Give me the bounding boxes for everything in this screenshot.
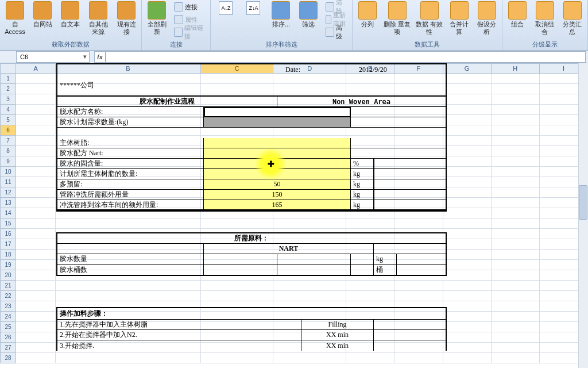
group-label: 获取外部数据	[3, 39, 138, 50]
row-header-21[interactable]: 21	[0, 281, 16, 291]
group-button[interactable]: 组合	[506, 1, 529, 28]
sort-az-button[interactable]: A↓Z	[214, 1, 237, 15]
step-1-val: Filling	[301, 320, 374, 329]
row-header-12[interactable]: 12	[0, 187, 16, 198]
row-header-5[interactable]: 5	[0, 115, 16, 125]
unit-r14: kg	[351, 190, 374, 200]
input-r10[interactable]	[204, 148, 351, 158]
row-header-7[interactable]: 7	[0, 136, 16, 146]
unit-r15: kg	[351, 200, 374, 209]
row-header-28[interactable]: 28	[0, 353, 16, 363]
group-label: 排序和筛选	[214, 39, 348, 50]
advanced-button[interactable]: 高级	[324, 26, 348, 38]
formula-bar: C6 fx	[0, 51, 588, 63]
row-header-10[interactable]: 10	[0, 167, 16, 177]
input-r7[interactable]	[204, 117, 351, 127]
from-other-button[interactable]: 自其他来源	[86, 1, 110, 36]
consolidate-button[interactable]: 合并计算	[448, 1, 471, 36]
row-header-27[interactable]: 27	[0, 343, 16, 353]
text-to-col-button[interactable]: 分列	[356, 1, 379, 28]
row-header-20[interactable]: 20	[0, 270, 16, 281]
filter-button[interactable]: 筛选	[297, 1, 320, 28]
label-r21: 胶水桶数	[57, 264, 204, 275]
label-r6: 脱水配方名称:	[57, 107, 204, 117]
sort-za-button[interactable]: Z↓A	[242, 1, 265, 15]
group-label: 数据工具	[356, 39, 498, 50]
label-r9: 主体树脂:	[57, 138, 204, 148]
row-header-18[interactable]: 18	[0, 250, 16, 260]
row-header-23[interactable]: 23	[0, 301, 16, 312]
group-label: 分级显示	[506, 39, 584, 50]
row-headers: 1234567891011121314151617181920212223242…	[0, 63, 16, 368]
remove-dup-button[interactable]: 删除 重复项	[384, 1, 411, 36]
row-header-26[interactable]: 26	[0, 332, 16, 343]
label-r11: 胶水的固含量:	[57, 159, 204, 168]
col-header-H[interactable]: H	[492, 63, 540, 74]
group-label: 连接	[145, 39, 207, 50]
row-header-15[interactable]: 15	[0, 218, 16, 229]
label-r14: 管路冲洗所需额外用量	[57, 190, 204, 200]
section-materials: 所需原料：	[57, 233, 446, 243]
form-title-right: Non Woven Area	[277, 97, 446, 106]
fx-icon[interactable]: fx	[94, 51, 106, 63]
name-box[interactable]: C6	[16, 51, 90, 63]
edit-links-button: 编辑链接	[173, 26, 207, 38]
unit-r11: %	[351, 159, 374, 168]
connections-button[interactable]: 连接	[173, 1, 207, 13]
label-r12: 计划所需主体树脂的数量:	[57, 169, 204, 179]
sheet-area[interactable]: ABCDEFGHI Date: 2012/9/20 ******公司 胶水配制作…	[16, 63, 588, 368]
row-header-13[interactable]: 13	[0, 198, 16, 208]
row-header-9[interactable]: 9	[0, 156, 16, 167]
value-r13[interactable]: 50	[204, 179, 351, 189]
col-header-G[interactable]: G	[443, 63, 492, 74]
input-r12[interactable]	[204, 169, 351, 179]
from-web-button[interactable]: 自网站	[31, 1, 54, 28]
row-header-14[interactable]: 14	[0, 208, 16, 218]
step-2: 2.开始在搅拌器中加入N2.	[57, 330, 301, 340]
vertical-scrollbar[interactable]	[578, 63, 588, 368]
sort-button[interactable]: 排序...	[269, 1, 292, 28]
col-header-A[interactable]: A	[16, 63, 56, 74]
from-text-button[interactable]: 自文本	[59, 1, 82, 28]
scroll-thumb[interactable]	[579, 185, 587, 220]
input-r9[interactable]	[204, 138, 351, 148]
ungroup-button[interactable]: 取消组合	[533, 1, 556, 36]
unit-r12: kg	[351, 169, 374, 179]
row-header-17[interactable]: 17	[0, 239, 16, 250]
nart-header: NART	[204, 244, 374, 254]
subtotal-button[interactable]: 分类汇总	[561, 1, 584, 36]
row-header-1[interactable]: 1	[0, 74, 16, 84]
row-header-11[interactable]: 11	[0, 177, 16, 187]
select-all-corner[interactable]	[0, 63, 16, 74]
label-r7: 胶水计划需求数量:(kg)	[57, 117, 204, 127]
from-access-button[interactable]: 自 Access	[3, 1, 26, 36]
row-header-19[interactable]: 19	[0, 260, 16, 270]
formula-input[interactable]	[106, 51, 586, 63]
row-header-24[interactable]: 24	[0, 312, 16, 322]
row-header-3[interactable]: 3	[0, 94, 16, 105]
date-label: Date:	[283, 64, 357, 75]
section-steps: 操作加料步骤：	[57, 308, 446, 319]
row-header-2[interactable]: 2	[0, 84, 16, 94]
whatif-button[interactable]: 假设分析	[475, 1, 498, 36]
unit-r13: kg	[351, 179, 374, 189]
data-valid-button[interactable]: 数据 有效性	[416, 1, 443, 36]
row-header-6[interactable]: 6	[0, 125, 16, 136]
existing-conn-button[interactable]: 现有连接	[115, 1, 138, 36]
row-header-8[interactable]: 8	[0, 146, 16, 156]
input-r11[interactable]	[204, 159, 351, 168]
company: ******公司	[57, 75, 446, 95]
step-3: 3.开始搅拌.	[57, 340, 301, 351]
row-header-4[interactable]: 4	[0, 105, 16, 115]
selected-cell[interactable]	[204, 107, 351, 117]
row-header-22[interactable]: 22	[0, 291, 16, 301]
value-r15[interactable]: 165	[204, 200, 351, 209]
value-r14[interactable]: 150	[204, 190, 351, 200]
row-header-16[interactable]: 16	[0, 229, 16, 239]
step-2-val: XX min	[301, 330, 374, 340]
unit-r20: kg	[374, 254, 397, 264]
refresh-all-button[interactable]: 全部刷新	[145, 1, 168, 36]
step-3-val: XX min	[301, 340, 374, 351]
form-title-left: 胶水配制作业流程	[57, 97, 277, 106]
row-header-25[interactable]: 25	[0, 322, 16, 332]
